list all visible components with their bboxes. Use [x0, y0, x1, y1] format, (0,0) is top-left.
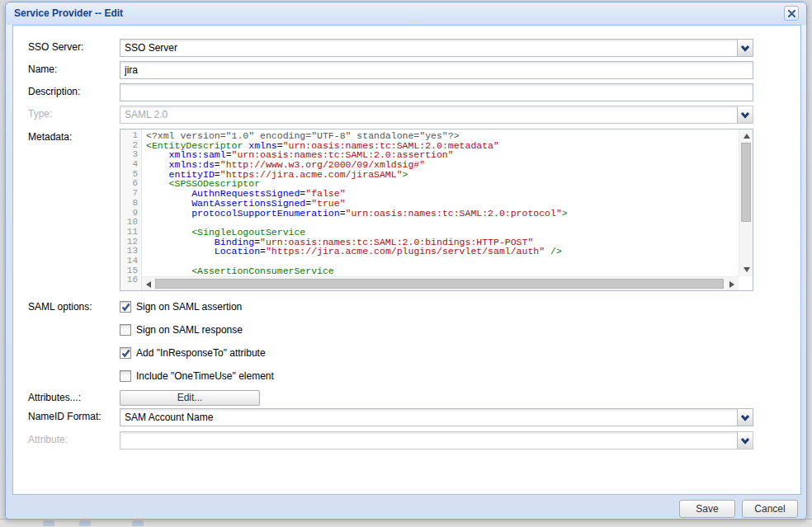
nameid-format-label: NameID Format: — [28, 411, 102, 422]
check-icon — [121, 349, 130, 358]
save-button[interactable]: Save — [679, 500, 735, 518]
checkbox-label: Add "InResponseTo" attribute — [136, 347, 266, 359]
service-provider-edit-dialog: Service Provider -- Edit SSO Server: SSO… — [5, 2, 807, 520]
checkbox-checked[interactable] — [120, 347, 131, 359]
attribute-label: Attribute: — [28, 434, 68, 445]
background-icon — [79, 520, 91, 526]
code-line[interactable]: <AssertionConsumerService — [146, 266, 739, 276]
attribute-combo — [120, 431, 753, 449]
type-value: SAML 2.0 — [125, 109, 168, 120]
close-icon — [787, 9, 796, 18]
nameid-format-combo[interactable]: SAM Account Name — [120, 408, 753, 426]
line-number: 14 — [120, 256, 138, 266]
cancel-button[interactable]: Cancel — [742, 500, 798, 518]
checkbox-label: Sign on SAML response — [136, 324, 243, 336]
vertical-scroll-thumb[interactable] — [741, 143, 751, 222]
vertical-scrollbar[interactable] — [739, 129, 753, 276]
checkbox-row: Add "InResponseTo" attribute — [120, 345, 266, 357]
horizontal-scrollbar[interactable] — [142, 276, 739, 290]
checkbox-row: Sign on SAML response — [120, 322, 243, 334]
metadata-editor[interactable]: 12345678910111213141516 <?xml version="1… — [120, 129, 753, 291]
scroll-up-icon[interactable] — [744, 134, 750, 139]
sso-server-value: SSO Server — [125, 42, 177, 54]
line-number: 1 — [120, 131, 138, 141]
check-icon — [121, 303, 130, 312]
attributes-label: Attributes...: — [28, 392, 81, 403]
background-icon — [43, 520, 54, 526]
background-icon — [132, 520, 144, 526]
type-combo: SAML 2.0 — [120, 106, 753, 124]
scroll-right-icon[interactable] — [729, 281, 734, 288]
chevron-down-icon — [740, 45, 750, 52]
checkbox-row: Include "OneTimeUse" element — [120, 368, 274, 380]
checkbox-unchecked[interactable] — [120, 324, 131, 336]
line-number: 4 — [120, 160, 138, 170]
attributes-edit-button[interactable]: Edit... — [120, 390, 260, 406]
sso-server-label: SSO Server: — [28, 41, 83, 53]
sso-server-trigger[interactable] — [737, 40, 753, 56]
dialog-body: SSO Server: SSO Server Name: Description… — [12, 25, 801, 495]
type-label: Type: — [28, 108, 52, 120]
sso-server-combo[interactable]: SSO Server — [120, 39, 753, 57]
code-line[interactable]: Location="https://jira.acme.com/plugins/… — [146, 247, 739, 256]
dialog-title: Service Provider -- Edit — [14, 7, 798, 19]
scrollbar-corner — [739, 276, 753, 290]
saml-options-label: SAML options: — [28, 301, 92, 313]
checkbox-label: Include "OneTimeUse" element — [136, 370, 274, 382]
description-label: Description: — [28, 86, 80, 97]
name-label: Name: — [28, 64, 57, 75]
line-number: 16 — [120, 275, 138, 285]
checkbox-unchecked[interactable] — [120, 370, 131, 382]
scroll-down-icon[interactable] — [744, 267, 750, 272]
checkbox-checked[interactable] — [120, 301, 131, 313]
line-number: 8 — [120, 199, 138, 209]
metadata-gutter: 12345678910111213141516 — [120, 129, 142, 290]
checkbox-label: Sign on SAML assertion — [136, 301, 242, 313]
name-input[interactable] — [120, 61, 753, 79]
metadata-label: Metadata: — [28, 131, 72, 143]
line-number: 11 — [120, 228, 138, 238]
chevron-down-icon — [740, 414, 750, 421]
chevron-down-icon — [740, 111, 750, 119]
dialog-titlebar[interactable]: Service Provider -- Edit — [6, 2, 806, 25]
chevron-down-icon — [740, 437, 750, 445]
background-window-edge — [0, 519, 812, 527]
checkbox-row: Sign on SAML assertion — [120, 299, 242, 311]
code-line[interactable]: protocolSupportEnumeration="urn:oasis:na… — [146, 209, 739, 219]
attribute-trigger — [737, 432, 753, 449]
nameid-format-value: SAM Account Name — [125, 412, 213, 423]
scroll-left-icon[interactable] — [146, 281, 151, 288]
close-button[interactable] — [784, 6, 799, 21]
horizontal-scroll-thumb[interactable] — [155, 279, 724, 289]
nameid-format-trigger[interactable] — [737, 409, 753, 426]
type-trigger — [737, 106, 753, 123]
description-input[interactable] — [120, 83, 753, 101]
metadata-code[interactable]: <?xml version="1.0" encoding="UTF-8" sta… — [142, 129, 739, 276]
